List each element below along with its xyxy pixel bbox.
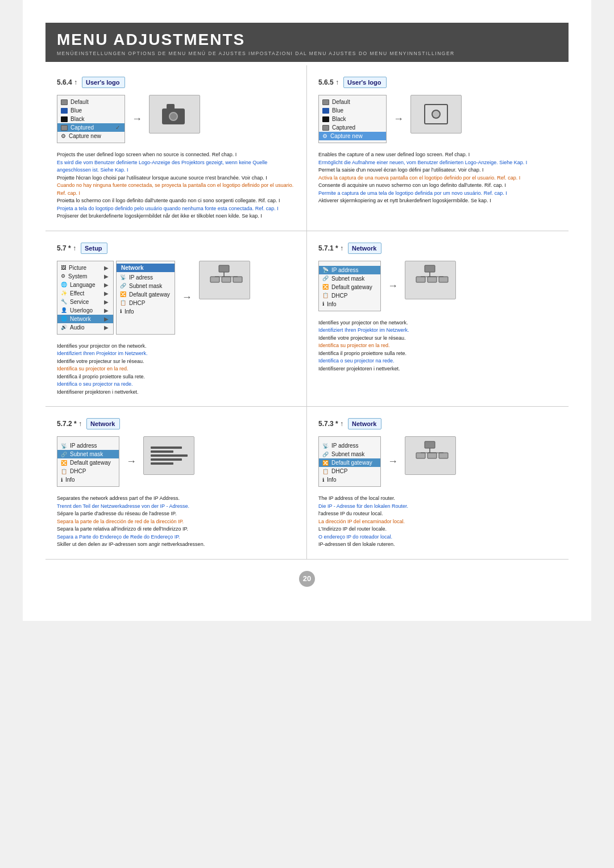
menu-item-info[interactable]: ℹ Info — [319, 300, 380, 308]
menu-item-label: DHCP — [129, 300, 145, 306]
menu-item-dhcp[interactable]: 📋 DHCP — [319, 467, 380, 475]
menu-item[interactable]: Blue — [57, 106, 125, 115]
desc-line: Sépare la partie d'adresse du réseau de … — [57, 510, 295, 518]
network-diagram-icon — [205, 264, 244, 295]
desc-line: Identifica il proprio proiettore sulla r… — [57, 373, 295, 381]
desc-line: Projette l'écran logo choisi par l'utili… — [57, 174, 295, 182]
menu-item-audio[interactable]: 🔊 Audio ▶ — [57, 323, 113, 332]
desc-line: Aktiverer skjermkopiering av et nytt bru… — [318, 197, 557, 205]
desc-line: La dirección IP del encaminador local. — [318, 518, 557, 526]
menu-item-label: Default gateway — [331, 460, 372, 466]
menu-item-info[interactable]: ℹ Info — [319, 475, 380, 484]
section-description: The IP address of the local router. Die … — [318, 495, 557, 549]
system-icon: ⚙ — [61, 273, 65, 279]
desc-line: Es wird die vom Benutzer definierte Logo… — [57, 159, 295, 174]
menu-item-dhcp[interactable]: 📋 DHCP — [57, 467, 119, 475]
menu-item-system[interactable]: ⚙ System ▶ — [57, 272, 113, 281]
menu-item-subnet[interactable]: 🔗 Subnet mask — [319, 450, 380, 458]
menu-item-ip[interactable]: 📡 IP address — [57, 441, 119, 450]
section-5-7-2: 5.7.2 * ↑ Network 📡 IP address 🔗 Subnet … — [45, 407, 307, 560]
sections-grid: 5.6.4 ↑ User's logo Default Blue Black — [45, 65, 569, 560]
submenu-arrow-icon: ▶ — [104, 273, 109, 279]
menu-item-ip[interactable]: 📡 IP address — [319, 266, 380, 274]
menu-item-picture[interactable]: 🖼 Picture ▶ — [57, 264, 113, 272]
menu-item-info[interactable]: ℹ Info — [117, 307, 175, 316]
page-subtitle: MENÜEINSTELLUNGEN OPTIONS DE MENU MENÚ D… — [57, 51, 557, 56]
desc-line: Skiller ut den delen av IP-adressen som … — [57, 541, 295, 549]
desc-line: Consente di acquisire un nuovo schermo c… — [318, 182, 557, 190]
menu-item-label: Captured — [332, 124, 355, 131]
menu-panel: Default Blue Black Captured ✓ — [57, 95, 125, 143]
menu-item-gateway[interactable]: 🔀 Default gateway — [319, 458, 380, 467]
menu-item-capture-new[interactable]: ⚙ Capture new — [57, 132, 125, 140]
menu-item-gateway[interactable]: 🔀 Default gateway — [117, 290, 175, 299]
menu-item-label: Language — [70, 282, 96, 288]
section-number: 5.7.1 * ↑ — [318, 244, 343, 252]
section-content: 📡 IP address 🔗 Subnet mask 🔀 Default gat… — [318, 261, 557, 311]
svg-rect-19 — [439, 453, 448, 458]
menu-item-label: Network — [70, 316, 91, 322]
submenu-arrow-icon: ▶ — [104, 307, 109, 314]
menu-item-captured[interactable]: Captured — [319, 123, 386, 132]
subnet-icon: 🔗 — [322, 452, 329, 457]
menu-item-effect[interactable]: ✨ Effect ▶ — [57, 289, 113, 298]
arrow-right-icon: → — [393, 113, 404, 125]
menu-item-service[interactable]: 🔧 Service ▶ — [57, 298, 113, 306]
desc-line: Identifie votre projecteur sur le réseau… — [57, 358, 295, 366]
desc-line: Identifiserer projektoren i nettverket. — [57, 389, 295, 397]
section-description: Enables the capture of a new user define… — [318, 151, 557, 205]
menu-item-label: Black — [70, 116, 84, 122]
menu-item-label: Default — [70, 99, 89, 105]
menu-item-subnet[interactable]: 🔗 Subnet mask — [57, 450, 119, 458]
lens-icon — [432, 110, 441, 119]
menu-item-ip[interactable]: 📡 IP adress — [117, 273, 175, 282]
desc-line: Separa la parte relativa all'indirizzo d… — [57, 525, 295, 533]
gateway-icon: 🔀 — [322, 284, 329, 290]
menu-item-language[interactable]: 🌐 Language ▶ — [57, 281, 113, 289]
menu-item-label: Userlogo — [70, 307, 93, 314]
section-description: Projects the user defined logo screen wh… — [57, 151, 295, 220]
menu-item[interactable]: Default — [319, 98, 386, 106]
section-description: Identifies your projector on the network… — [318, 319, 557, 373]
menu-item-gateway[interactable]: 🔀 Default gateway — [57, 458, 119, 467]
menu-item-label: Effect — [70, 290, 84, 297]
menu-item[interactable]: Blue — [319, 106, 386, 115]
menu-item-subnet[interactable]: 🔗 Subnet mask — [117, 282, 175, 290]
menu-item-label: Info — [65, 477, 75, 483]
section-content: 📡 IP address 🔗 Subnet mask 🔀 Default gat… — [57, 436, 295, 487]
section-header: 5.6.5 ↑ User's logo — [318, 77, 557, 88]
menu-label: Network — [348, 243, 381, 254]
menu-item-network[interactable]: 🌐 Network ▶ — [57, 315, 113, 323]
svg-rect-11 — [428, 277, 437, 282]
menu-item-captured[interactable]: Captured ✓ — [57, 123, 125, 132]
menu-item-label: DHCP — [70, 468, 86, 474]
section-content: Default Blue Black Captured — [318, 95, 557, 143]
menu-item-capture-new[interactable]: ⚙ Capture new — [319, 132, 386, 140]
submenu-arrow-icon: ▶ — [104, 299, 109, 305]
camera-outline-icon — [424, 104, 448, 124]
default-icon — [322, 99, 329, 105]
menu-item[interactable]: Black — [57, 115, 125, 123]
ip-icon: 📡 — [120, 274, 126, 280]
menu-item-gateway[interactable]: 🔀 Default gateway — [319, 283, 380, 291]
default-icon — [61, 99, 68, 105]
arrow-right-icon: → — [132, 113, 142, 125]
menu-item-label: IP address — [70, 443, 97, 449]
page-number: 20 — [299, 571, 315, 587]
ip-line — [151, 446, 182, 449]
ip-icon: 📡 — [61, 443, 67, 449]
menu-item-userlogo[interactable]: 👤 Userlogo ▶ — [57, 306, 113, 315]
desc-line: Identifies your projector on the network… — [318, 319, 557, 327]
menu-item-info[interactable]: ℹ Info — [57, 475, 119, 484]
blue-icon — [322, 108, 329, 114]
network-panel-title: Network — [117, 264, 175, 272]
menu-item-label: Info — [327, 301, 337, 307]
checkmark: ✓ — [115, 124, 120, 131]
menu-item-dhcp[interactable]: 📋 DHCP — [319, 291, 380, 300]
menu-item-dhcp[interactable]: 📋 DHCP — [117, 299, 175, 307]
menu-item-ip[interactable]: 📡 IP address — [319, 441, 380, 450]
menu-item[interactable]: Black — [319, 115, 386, 123]
menu-item-subnet[interactable]: 🔗 Subnet mask — [319, 274, 380, 283]
camera-top — [167, 104, 175, 108]
menu-item[interactable]: Default — [57, 98, 125, 106]
